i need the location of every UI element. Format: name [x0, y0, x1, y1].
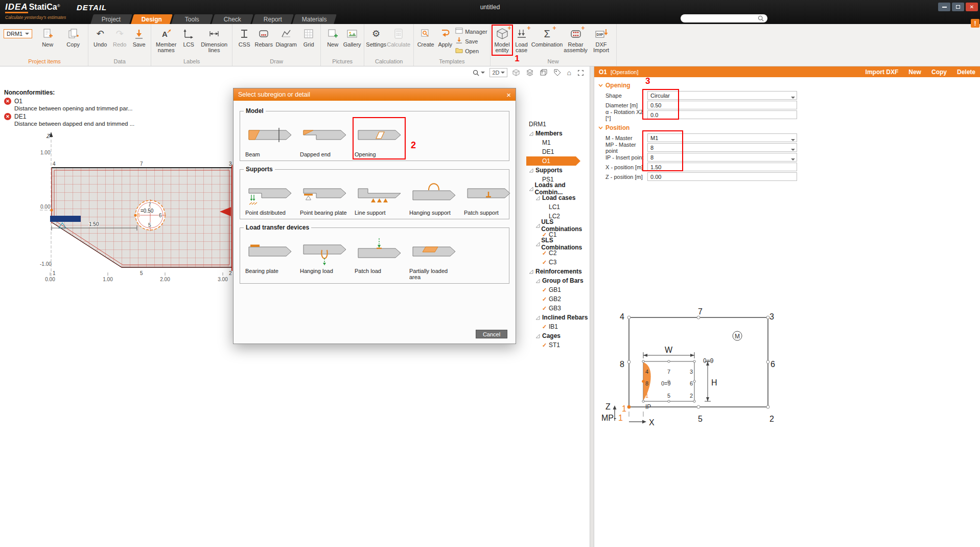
- tile-opening[interactable]: Opening 2: [355, 119, 404, 157]
- check-icon[interactable]: ✓: [542, 296, 549, 303]
- copy-project-item-button[interactable]: Copy: [61, 25, 85, 56]
- axonometry-button[interactable]: [511, 68, 521, 77]
- dialog-header[interactable]: Select subregion or detail ×: [234, 88, 516, 101]
- master-point-select[interactable]: 8: [647, 143, 797, 152]
- minimize-button[interactable]: [938, 3, 950, 11]
- expander-icon[interactable]: [529, 269, 535, 274]
- tab-project[interactable]: Project: [90, 14, 132, 24]
- import-dxf-button[interactable]: Import DXF: [866, 69, 899, 76]
- tile-hanging-support[interactable]: Hanging support: [409, 177, 458, 216]
- tree-item-reinforcements[interactable]: Reinforcements: [526, 267, 589, 276]
- nonconformity-item[interactable]: ✕ O1: [4, 98, 134, 105]
- tree-item-ib1[interactable]: ✓IB1: [526, 322, 589, 331]
- expander-icon[interactable]: [535, 279, 542, 283]
- expander-icon[interactable]: [535, 223, 541, 228]
- check-icon[interactable]: ✓: [542, 287, 549, 293]
- tab-design[interactable]: Design: [131, 14, 173, 24]
- redo-button[interactable]: ↷ Redo: [110, 25, 129, 56]
- check-icon[interactable]: ✓: [542, 259, 549, 266]
- check-icon[interactable]: ✓: [542, 342, 549, 349]
- tile-hanging-load[interactable]: Hanging load: [300, 236, 349, 280]
- tree-item-st1[interactable]: ✓ST1: [526, 340, 589, 350]
- panel-divider[interactable]: [590, 66, 594, 547]
- tile-point-distributed[interactable]: Point distributed: [245, 177, 294, 216]
- diameter-input[interactable]: 0.50: [647, 101, 797, 109]
- tab-report[interactable]: Report: [252, 14, 294, 24]
- section-opening[interactable]: Opening: [598, 82, 976, 89]
- fullscreen-button[interactable]: [576, 68, 586, 77]
- z-position-input[interactable]: 0.00: [647, 172, 797, 181]
- undo-button[interactable]: ↶ Undo: [91, 25, 109, 56]
- delete-operation-button[interactable]: Delete: [957, 69, 975, 76]
- copy-operation-button[interactable]: Copy: [931, 69, 947, 76]
- tile-patch-support[interactable]: Patch support: [464, 177, 513, 216]
- tree-item-sls-combinations[interactable]: SLS Combinations: [526, 239, 589, 248]
- rebars-button[interactable]: Rebars: [254, 25, 273, 56]
- settings-button[interactable]: ⚙ Settings: [367, 25, 385, 56]
- tile-point-bearing-plate[interactable]: Point bearing plate: [300, 177, 349, 216]
- expander-icon[interactable]: [535, 334, 542, 338]
- new-project-item-button[interactable]: New: [35, 25, 60, 56]
- template-open-button[interactable]: Open: [455, 47, 487, 55]
- tree-item-inclined-rebars[interactable]: Inclined Rebars: [526, 313, 589, 322]
- template-save-button[interactable]: Save: [455, 37, 487, 45]
- dimension-lines-button[interactable]: Dimension lines: [199, 25, 229, 56]
- search-icon[interactable]: [757, 15, 764, 22]
- tile-line-support[interactable]: Line support: [355, 177, 404, 216]
- expander-icon[interactable]: [529, 131, 535, 136]
- tree-item-o1[interactable]: O1: [526, 156, 580, 166]
- tree-item-m1[interactable]: M1: [526, 138, 589, 147]
- lcs-button[interactable]: LCS: [179, 25, 198, 56]
- master-select[interactable]: M1: [647, 133, 797, 142]
- search-input[interactable]: [684, 15, 757, 21]
- tab-tools[interactable]: Tools: [171, 14, 213, 24]
- calculate-button[interactable]: Calculate: [386, 25, 411, 56]
- tab-materials[interactable]: Materials: [292, 14, 336, 24]
- tile-dapped-end[interactable]: Dapped end: [300, 119, 349, 157]
- layers-button[interactable]: [525, 68, 535, 77]
- zoom-home-button[interactable]: ⌂: [566, 68, 572, 77]
- tree-item-gb2[interactable]: ✓GB2: [526, 294, 589, 304]
- tree-item-uls-combinations[interactable]: ULS Combinations: [526, 221, 589, 230]
- cancel-button[interactable]: Cancel: [476, 330, 507, 338]
- tree-item-cages[interactable]: Cages: [526, 331, 589, 340]
- tree-item-gb1[interactable]: ✓GB1: [526, 285, 589, 294]
- tree-root-drm1[interactable]: DRM1: [526, 120, 589, 129]
- close-button[interactable]: ✕: [966, 3, 978, 11]
- tree-item-loads-and-combin[interactable]: Loads and Combin...: [526, 184, 589, 193]
- expander-icon[interactable]: [529, 187, 535, 191]
- tile-patch-load[interactable]: Patch load: [355, 236, 404, 280]
- labels-toggle-button[interactable]: [552, 68, 563, 77]
- project-item-combo[interactable]: DRM1: [4, 29, 32, 38]
- nonconformity-item[interactable]: ✕ DE1: [4, 113, 134, 120]
- expander-icon[interactable]: [535, 196, 542, 200]
- diagram-button[interactable]: Diagram: [274, 25, 298, 56]
- member-names-button[interactable]: A Member names: [154, 25, 178, 56]
- check-icon[interactable]: ✓: [542, 305, 549, 312]
- close-icon[interactable]: ×: [506, 90, 511, 99]
- tree-item-lc1[interactable]: LC1: [526, 202, 589, 212]
- combination-button[interactable]: Σ+ Combination: [532, 25, 563, 56]
- load-case-button[interactable]: + Load case: [512, 25, 531, 56]
- tree-item-supports[interactable]: Supports: [526, 166, 589, 175]
- save-button[interactable]: Save: [130, 25, 148, 56]
- check-icon[interactable]: ✓: [542, 250, 549, 257]
- tree-item-group-of-bars[interactable]: Group of Bars: [526, 276, 589, 285]
- tile-beam[interactable]: Beam: [245, 119, 294, 157]
- help-button[interactable]: !: [971, 19, 979, 28]
- gallery-button[interactable]: Gallery: [343, 25, 361, 56]
- tree-item-de1[interactable]: DE1: [526, 147, 589, 156]
- view-mode-button[interactable]: 2D: [489, 68, 507, 77]
- drawing-canvas[interactable]: 2D ⌂ Nonconformities: ✕ O1 Distance betw…: [0, 66, 590, 547]
- new-picture-button[interactable]: New: [323, 25, 342, 56]
- tile-partially-loaded-area[interactable]: Partially loaded area: [409, 236, 458, 280]
- tree-item-c3[interactable]: ✓C3: [526, 258, 589, 267]
- expander-icon[interactable]: [535, 242, 541, 246]
- template-manager-button[interactable]: Manager: [455, 28, 487, 35]
- css-button[interactable]: CSS: [235, 25, 253, 56]
- tree-item-gb3[interactable]: ✓GB3: [526, 304, 589, 313]
- clipping-box-button[interactable]: [539, 68, 549, 77]
- check-icon[interactable]: ✓: [542, 324, 549, 330]
- expander-icon[interactable]: [535, 315, 542, 320]
- tile-bearing-plate[interactable]: Bearing plate: [245, 236, 294, 280]
